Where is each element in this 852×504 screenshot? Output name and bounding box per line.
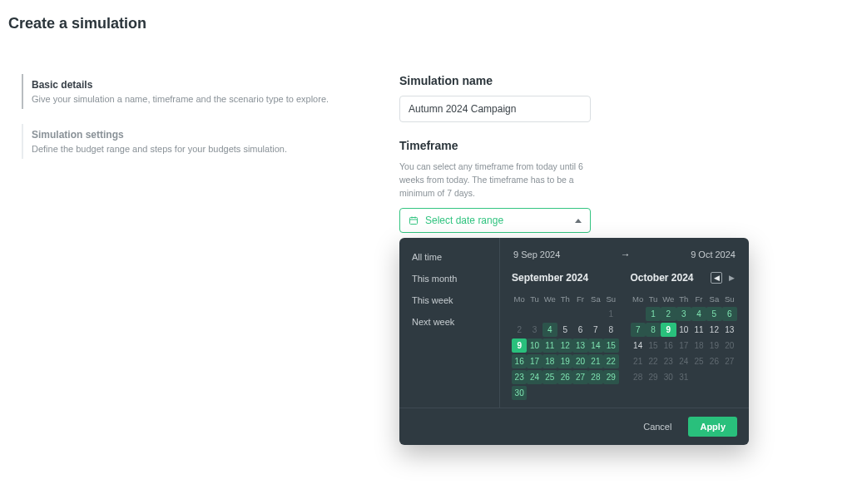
calendar-day[interactable]: 8 (603, 323, 618, 337)
calendar-day[interactable]: 20 (572, 354, 587, 368)
date-range-picker: All time This month This week Next week … (399, 238, 749, 445)
step-simulation-settings[interactable]: Simulation settings Define the budget ra… (22, 124, 399, 159)
date-range-select[interactable]: Select date range (399, 208, 591, 233)
calendar-day[interactable]: 10 (527, 338, 542, 353)
calendar-day[interactable]: 9 (661, 323, 676, 337)
weekday-header: We (661, 292, 676, 306)
calendar-day: 20 (722, 338, 737, 353)
calendar-day[interactable]: 27 (572, 370, 587, 384)
month-title-right: October 2024 (631, 272, 694, 284)
next-month-icon[interactable]: ▶ (726, 272, 737, 284)
calendar-day[interactable]: 28 (588, 370, 603, 384)
calendar-day: 29 (646, 370, 661, 384)
calendar-day[interactable]: 16 (512, 354, 527, 368)
calendar-day[interactable]: 5 (557, 323, 572, 337)
calendar-day[interactable]: 8 (646, 323, 661, 337)
calendar-day: 28 (631, 370, 646, 384)
simulation-name-input[interactable] (399, 96, 591, 122)
calendar-day: 25 (691, 354, 706, 368)
weekday-header: Tu (646, 292, 661, 306)
preset-this-week[interactable]: This week (409, 289, 489, 311)
calendar-day[interactable]: 4 (691, 307, 706, 321)
arrow-right-icon: → (621, 249, 631, 260)
calendar-day[interactable]: 11 (691, 323, 706, 337)
calendar-grid-left: MoTuWeThFrSaSu12345678910111213141516171… (512, 292, 619, 401)
range-end-date: 9 Oct 2024 (691, 250, 736, 259)
calendar-day: 27 (722, 354, 737, 368)
calendar-day: 19 (706, 338, 721, 353)
calendar-day[interactable]: 6 (572, 323, 587, 337)
calendar-icon (409, 215, 419, 225)
weekday-header: Su (603, 292, 618, 306)
calendar-day[interactable]: 11 (542, 338, 557, 353)
calendar-day: 3 (527, 323, 542, 337)
step-basic-details[interactable]: Basic details Give your simulation a nam… (22, 74, 399, 109)
calendar-day[interactable]: 26 (557, 370, 572, 384)
calendar-day: 30 (661, 370, 676, 384)
weekday-header: We (542, 292, 557, 306)
calendar-day[interactable]: 19 (557, 354, 572, 368)
calendar-day[interactable]: 25 (542, 370, 557, 384)
calendar-day[interactable]: 14 (631, 338, 646, 353)
calendar-day[interactable]: 12 (557, 338, 572, 353)
calendar-day: 22 (646, 354, 661, 368)
weekday-header: Sa (706, 292, 721, 306)
calendar-day[interactable]: 7 (631, 323, 646, 337)
calendar-day: 21 (631, 354, 646, 368)
calendar-day[interactable]: 5 (706, 307, 721, 321)
apply-button[interactable]: Apply (688, 417, 737, 437)
weekday-header: Th (676, 292, 691, 306)
calendar-day: 23 (661, 354, 676, 368)
calendar-day[interactable]: 22 (603, 354, 618, 368)
weekday-header: Mo (512, 292, 527, 306)
calendar-right: October 2024 ◀ ▶ MoTuWeThFrSaSu123456789… (631, 269, 738, 401)
calendar-day[interactable]: 1 (646, 307, 661, 321)
calendar-day[interactable]: 13 (572, 338, 587, 353)
calendar-day[interactable]: 12 (706, 323, 721, 337)
range-start-date: 9 Sep 2024 (513, 250, 560, 259)
calendar-day: 1 (603, 307, 618, 321)
step-title: Simulation settings (32, 129, 399, 141)
calendar-day[interactable]: 21 (588, 354, 603, 368)
preset-all-time[interactable]: All time (409, 246, 489, 268)
calendar-day[interactable]: 4 (542, 323, 557, 337)
steps-sidebar: Basic details Give your simulation a nam… (8, 74, 399, 250)
calendar-day[interactable]: 9 (512, 338, 527, 353)
weekday-header: Th (557, 292, 572, 306)
calendar-day[interactable]: 17 (527, 354, 542, 368)
cancel-button[interactable]: Cancel (638, 421, 676, 432)
page-title: Create a simulation (8, 15, 844, 39)
calendar-day[interactable]: 6 (722, 307, 737, 321)
calendar-day[interactable]: 2 (661, 307, 676, 321)
calendar-day[interactable]: 14 (588, 338, 603, 353)
calendar-day[interactable]: 30 (512, 386, 527, 400)
calendar-day[interactable]: 10 (676, 323, 691, 337)
svg-rect-0 (410, 218, 418, 225)
calendar-day: 26 (706, 354, 721, 368)
date-range-select-label: Select date range (425, 215, 503, 226)
calendar-day[interactable]: 3 (676, 307, 691, 321)
calendar-day[interactable]: 15 (603, 338, 618, 353)
preset-this-month[interactable]: This month (409, 268, 489, 289)
calendar-day: 15 (646, 338, 661, 353)
calendar-day[interactable]: 23 (512, 370, 527, 384)
step-title: Basic details (32, 79, 399, 91)
calendar-day[interactable]: 13 (722, 323, 737, 337)
calendar-day[interactable]: 7 (588, 323, 603, 337)
preset-next-week[interactable]: Next week (409, 311, 489, 333)
calendar-day: 24 (676, 354, 691, 368)
weekday-header: Su (722, 292, 737, 306)
field-label: Simulation name (399, 74, 819, 87)
calendar-day[interactable]: 29 (603, 370, 618, 384)
prev-month-icon[interactable]: ◀ (711, 272, 722, 284)
step-subtitle: Give your simulation a name, timeframe a… (32, 91, 399, 104)
calendar-day[interactable]: 24 (527, 370, 542, 384)
field-label: Timeframe (399, 139, 819, 152)
timeframe-field: Timeframe You can select any timeframe f… (399, 139, 819, 233)
calendar-day: 17 (676, 338, 691, 353)
calendar-left: September 2024 MoTuWeThFrSaSu12345678910… (512, 269, 619, 401)
calendar-day[interactable]: 18 (542, 354, 557, 368)
month-title-left: September 2024 (512, 272, 588, 284)
weekday-header: Mo (631, 292, 646, 306)
calendar-day: 31 (676, 370, 691, 384)
